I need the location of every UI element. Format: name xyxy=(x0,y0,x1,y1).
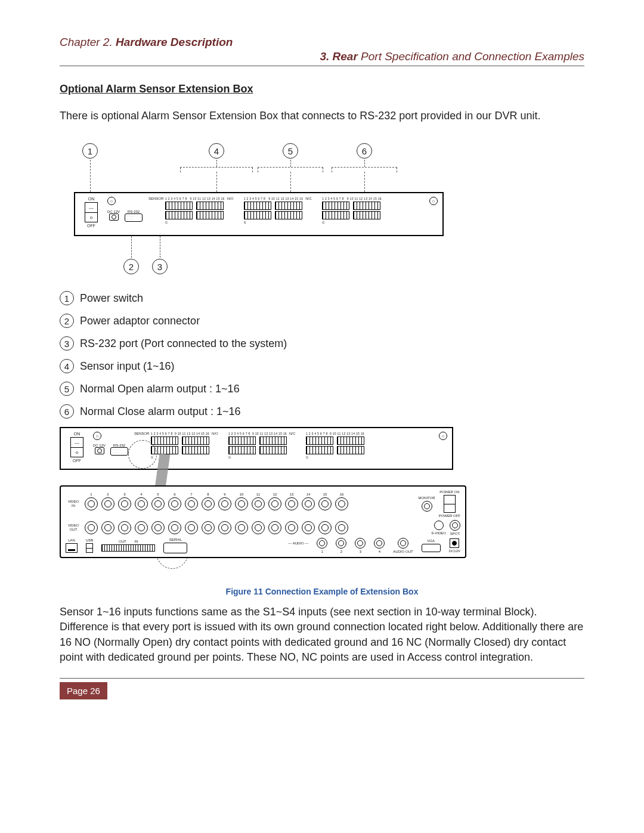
bnc-icon xyxy=(252,521,265,534)
rca-icon xyxy=(374,538,385,549)
bnc-icon xyxy=(450,520,460,531)
ch-label: 5 xyxy=(152,493,164,496)
bnc-icon: 10 xyxy=(235,497,248,510)
label-spot: SPOT xyxy=(450,532,460,535)
label-vga: VGA xyxy=(427,539,435,543)
leader-bracket xyxy=(332,167,397,172)
ch-label: 11 xyxy=(252,493,264,496)
bnc-icon xyxy=(168,521,181,534)
section-number: 3. Rear xyxy=(320,50,357,63)
bnc-icon xyxy=(218,521,231,534)
leader-bracket xyxy=(258,167,323,172)
lan-port-icon xyxy=(66,543,78,553)
legend-number: 2 xyxy=(60,314,74,328)
bnc-icon xyxy=(202,521,215,534)
bnc-icon xyxy=(185,521,198,534)
diagram-extension-box-callouts: 1 4 5 6 ON —o OFF ○ DC 12V RS-232 xyxy=(74,143,444,280)
intro-paragraph: There is optional Alarm Sensor Extension… xyxy=(60,109,584,123)
callout-3: 3 xyxy=(152,259,168,274)
label-audio: AUDIO xyxy=(293,541,304,545)
legend-text: RS-232 port (Port connected to the syste… xyxy=(80,337,287,350)
ch-label: 3 xyxy=(119,493,131,496)
label-g: G xyxy=(165,221,168,224)
legend-item: 6Normal Close alarm output : 1~16 xyxy=(60,404,584,419)
label-9-16: 9 10 11 12 13 14 15 16 xyxy=(268,197,303,200)
bnc-icon: 3 xyxy=(118,497,131,510)
chapter-title: Hardware Description xyxy=(116,36,233,48)
bnc-icon: 6 xyxy=(168,497,181,510)
label-usb: USB xyxy=(86,538,93,542)
rca-icon xyxy=(317,538,327,549)
bnc-icon xyxy=(285,521,298,534)
ch-label: 6 xyxy=(169,493,181,496)
bnc-icon xyxy=(135,521,148,534)
label-g: G xyxy=(322,221,324,224)
highlight-ring-icon xyxy=(128,440,157,469)
header-rule xyxy=(60,66,584,66)
label-power-off: POWER OFF xyxy=(439,514,460,518)
label-off: OFF xyxy=(73,459,81,463)
leader-line xyxy=(364,172,365,192)
bnc-icon xyxy=(101,521,114,534)
power-switch-block: ON —o OFF xyxy=(66,432,88,463)
dc-jack-icon xyxy=(450,538,459,548)
bnc-icon: 9 xyxy=(218,497,231,510)
label-nc: N/C xyxy=(289,432,306,459)
dc-jack-icon xyxy=(95,447,104,454)
diagram-connection-example: ON —o OFF ○ DC 12V RS-232 SENSOR1 2 3 4 … xyxy=(60,427,453,582)
footer-rule xyxy=(60,678,584,679)
bnc-icon xyxy=(302,521,315,534)
bnc-icon: 2 xyxy=(101,497,114,510)
bnc-icon: 8 xyxy=(202,497,215,510)
ch-label: 16 xyxy=(336,493,348,496)
rca-icon xyxy=(398,538,408,549)
power-switch-block: ON —o OFF xyxy=(80,197,103,228)
bnc-icon: 7 xyxy=(185,497,198,510)
screw-icon: ○ xyxy=(93,432,101,440)
bnc-icon: 14 xyxy=(302,497,315,510)
power-switch-icon xyxy=(444,495,456,513)
rocker-switch-icon: —o xyxy=(70,437,83,457)
nc-terminal-group: 1 2 3 4 5 6 7 8 9 10 11 12 13 14 15 16 G xyxy=(322,197,382,224)
ch-label: 3 xyxy=(360,550,361,553)
legend-item: 1Power switch xyxy=(60,291,584,305)
leader-line xyxy=(290,172,291,192)
label-audio-out: AUDIO OUT xyxy=(393,550,413,553)
label-monitor: MONITOR xyxy=(418,496,435,500)
leader-line xyxy=(90,160,91,192)
ch-label: 14 xyxy=(302,493,314,496)
label-9-16: 9 10 11 12 13 14 15 16 xyxy=(190,197,225,200)
bnc-icon xyxy=(118,521,131,534)
ch-label: 15 xyxy=(319,493,331,496)
ch-label: 13 xyxy=(286,493,298,496)
legend-text: Normal Open alarm output : 1~16 xyxy=(80,383,240,395)
ch-label: 2 xyxy=(102,493,114,496)
section-title: Port Specification and Connection Exampl… xyxy=(358,50,584,63)
label-g: G xyxy=(244,221,246,224)
dc-adaptor: DC 12V xyxy=(107,210,120,222)
leader-line xyxy=(364,160,365,167)
leader-line xyxy=(160,236,160,258)
leader-bracket xyxy=(180,167,253,172)
label-g: G xyxy=(228,456,231,459)
screw-icon: ○ xyxy=(429,197,438,205)
label-no: N/O xyxy=(212,432,228,459)
label-1-8: 1 2 3 4 5 6 7 8 xyxy=(244,197,265,200)
serial-port-icon xyxy=(125,213,143,222)
bnc-icon: 16 xyxy=(335,497,348,510)
bnc-icon: 1 xyxy=(85,497,98,510)
chapter-prefix: Chapter 2. xyxy=(60,36,116,48)
legend-text: Power adaptor connector xyxy=(80,315,200,327)
label-nc: N/C xyxy=(305,197,322,200)
label-dc12v: DC12V xyxy=(449,549,460,553)
label-off: OFF xyxy=(87,224,95,228)
serial-port-icon xyxy=(110,447,128,456)
ch-label: 12 xyxy=(269,493,281,496)
screw-icon: ○ xyxy=(107,197,116,205)
legend-number: 4 xyxy=(60,359,74,373)
screw-icon: ○ xyxy=(439,432,447,440)
rocker-switch-icon: —o xyxy=(85,202,98,222)
bnc-icon: 15 xyxy=(318,497,332,510)
sensor-terminal-group: 1 2 3 4 5 6 7 8 9 10 11 12 13 14 15 16 G xyxy=(165,197,225,224)
chapter-heading: Chapter 2. Hardware Description xyxy=(60,36,584,49)
